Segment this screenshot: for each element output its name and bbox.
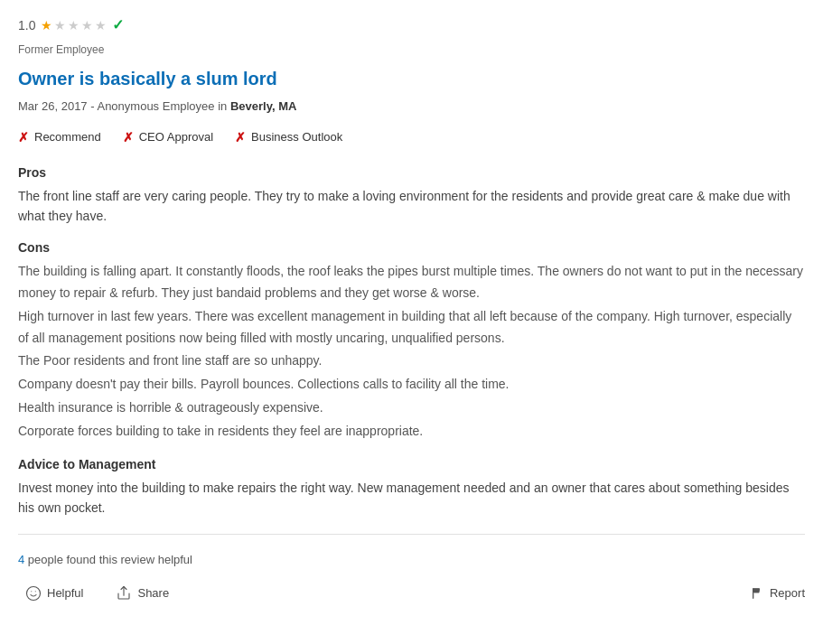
stars-display: ★ ★ ★ ★ ★ bbox=[41, 16, 107, 35]
pros-section: Pros The front line staff are very carin… bbox=[18, 163, 805, 227]
advice-text: Invest money into the building to make r… bbox=[18, 478, 805, 518]
pros-label: Pros bbox=[18, 163, 805, 182]
review-author: Anonymous Employee bbox=[97, 99, 214, 113]
rec-ceo-label: CEO Approval bbox=[139, 128, 213, 146]
review-location: Beverly, MA bbox=[230, 99, 296, 113]
x-icon-recommend: ✗ bbox=[18, 128, 29, 147]
review-meta: Mar 26, 2017 - Anonymous Employee in Bev… bbox=[18, 98, 805, 116]
report-button[interactable]: Report bbox=[751, 586, 805, 601]
review-title: Owner is basically a slum lord bbox=[18, 65, 805, 92]
cons-label: Cons bbox=[18, 238, 805, 257]
chevron-down-icon: ✓ bbox=[112, 14, 124, 36]
rec-recommend: ✗ Recommend bbox=[18, 128, 101, 147]
report-icon bbox=[751, 586, 765, 601]
star-4: ★ bbox=[81, 16, 93, 35]
x-icon-outlook: ✗ bbox=[235, 128, 246, 147]
recommendations-row: ✗ Recommend ✗ CEO Approval ✗ Business Ou… bbox=[18, 128, 805, 147]
cons-line-2: High turnover in last few years. There w… bbox=[18, 306, 805, 350]
helpfulness-text: 4 people found this review helpful bbox=[18, 551, 805, 569]
cons-line-6: Corporate forces building to take in res… bbox=[18, 421, 805, 443]
rec-outlook: ✗ Business Outlook bbox=[235, 128, 342, 147]
star-1: ★ bbox=[41, 16, 52, 35]
cons-line-5: Health insurance is horrible & outrageou… bbox=[18, 397, 805, 419]
action-row: Helpful Share Report bbox=[18, 582, 805, 605]
helpful-count: 4 people found this review helpful bbox=[18, 553, 192, 566]
report-label: Report bbox=[770, 586, 805, 600]
helpful-button[interactable]: Helpful bbox=[18, 582, 90, 605]
review-card: 1.0 ★ ★ ★ ★ ★ ✓ Former Employee Owner is… bbox=[0, 0, 823, 620]
rating-score: 1.0 bbox=[18, 16, 35, 35]
star-3: ★ bbox=[68, 16, 79, 35]
cons-line-4: Company doesn't pay their bills. Payroll… bbox=[18, 374, 805, 396]
share-label: Share bbox=[137, 586, 169, 600]
cons-line-3: The Poor residents and front line staff … bbox=[18, 350, 805, 372]
cons-section: Cons The building is falling apart. It c… bbox=[18, 238, 805, 442]
divider bbox=[18, 534, 805, 535]
review-date: Mar 26, 2017 bbox=[18, 99, 88, 113]
action-left-group: Helpful Share bbox=[18, 582, 176, 605]
rating-row: 1.0 ★ ★ ★ ★ ★ ✓ bbox=[18, 14, 805, 36]
share-icon bbox=[116, 585, 132, 602]
advice-section: Advice to Management Invest money into t… bbox=[18, 455, 805, 518]
rec-ceo: ✗ CEO Approval bbox=[123, 128, 213, 147]
employee-type: Former Employee bbox=[18, 42, 805, 58]
helpful-label: Helpful bbox=[47, 586, 83, 600]
helpful-icon bbox=[25, 585, 42, 602]
x-icon-ceo: ✗ bbox=[123, 128, 134, 147]
star-5: ★ bbox=[95, 16, 107, 35]
cons-line-1: The building is falling apart. It consta… bbox=[18, 261, 805, 304]
star-2: ★ bbox=[54, 16, 66, 35]
share-button[interactable]: Share bbox=[108, 582, 176, 605]
pros-text: The front line staff are very caring peo… bbox=[18, 186, 805, 227]
rec-outlook-label: Business Outlook bbox=[251, 128, 342, 146]
rec-recommend-label: Recommend bbox=[34, 128, 101, 146]
advice-label: Advice to Management bbox=[18, 455, 805, 474]
cons-text: The building is falling apart. It consta… bbox=[18, 261, 805, 442]
svg-point-0 bbox=[27, 586, 41, 600]
